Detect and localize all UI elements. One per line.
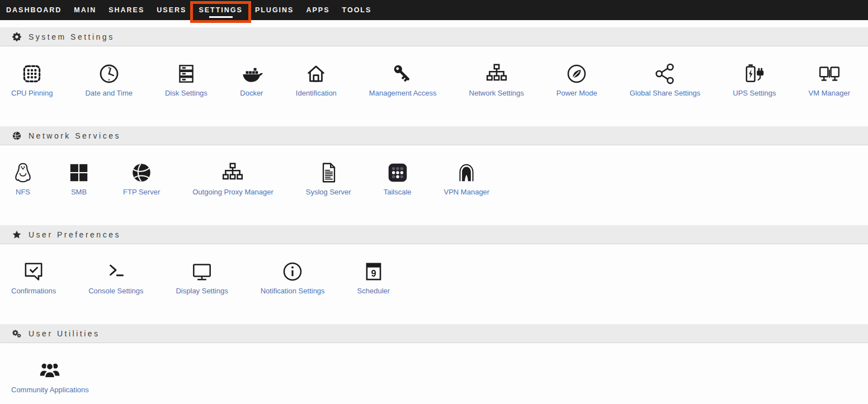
settings-item-label: Docker — [240, 89, 263, 97]
section-title: User Utilities — [29, 329, 100, 338]
section-header: System Settings — [0, 27, 868, 46]
settings-item-notification-settings[interactable]: Notification Settings — [261, 260, 325, 295]
settings-item-label: FTP Server — [123, 188, 160, 196]
disk-stack-icon — [174, 62, 198, 85]
settings-item-label: Console Settings — [88, 287, 143, 295]
nav-item-label: SHARES — [108, 6, 144, 14]
settings-item-label: Network Settings — [469, 89, 524, 97]
settings-item-label: Confirmations — [11, 287, 56, 295]
nav-item-apps[interactable]: APPS — [300, 0, 336, 20]
dual-monitor-icon — [818, 62, 841, 85]
settings-item-vpn-manager[interactable]: VPN Manager — [444, 161, 490, 196]
nav-item-label: MAIN — [74, 6, 96, 14]
cpu-pinning-icon — [20, 62, 44, 85]
settings-sections: System Settings CPU Pinning Date and Tim… — [0, 27, 868, 404]
section-user-preferences: User Preferences Confirmations Console S… — [0, 225, 868, 324]
settings-item-confirmations[interactable]: Confirmations — [11, 260, 56, 295]
nav-item-main[interactable]: MAIN — [68, 0, 102, 20]
settings-item-label: Syslog Server — [306, 188, 351, 196]
settings-item-label: Community Applications — [11, 386, 89, 394]
settings-item-label: Power Mode — [556, 89, 597, 97]
settings-item-tailscale[interactable]: Tailscale — [384, 161, 412, 196]
top-nav: DASHBOARD MAIN SHARES USERS SETTINGS PLU… — [0, 0, 868, 20]
settings-item-label: VPN Manager — [444, 188, 490, 196]
settings-item-management-access[interactable]: Management Access — [369, 62, 437, 97]
globe-icon — [12, 131, 21, 140]
settings-item-display-settings[interactable]: Display Settings — [176, 260, 228, 295]
settings-item-label: Date and Time — [85, 89, 133, 97]
settings-item-outgoing-proxy-manager[interactable]: Outgoing Proxy Manager — [192, 161, 273, 196]
gear-icon — [12, 32, 21, 41]
key-icon — [391, 62, 414, 85]
section-header: Network Services — [0, 126, 868, 145]
section-network-services: Network Services NFS SMB FTP Server Outg… — [0, 126, 868, 225]
nav-item-label: SETTINGS — [199, 6, 243, 14]
section-grid: Community Applications — [0, 343, 868, 404]
users-group-icon — [38, 359, 62, 382]
settings-item-power-mode[interactable]: Power Mode — [556, 62, 597, 97]
sitemap-icon — [221, 161, 244, 184]
settings-item-label: Scheduler — [357, 287, 390, 295]
home-icon — [304, 62, 328, 85]
nav-item-settings[interactable]: SETTINGS — [192, 0, 249, 20]
settings-item-ftp-server[interactable]: FTP Server — [123, 161, 160, 196]
info-circle-icon — [281, 260, 304, 283]
nav-item-plugins[interactable]: PLUGINS — [249, 0, 300, 20]
nav-item-label: DASHBOARD — [6, 6, 62, 14]
sitemap-icon — [485, 62, 508, 85]
nav-item-label: APPS — [306, 6, 329, 14]
settings-item-ups-settings[interactable]: UPS Settings — [733, 62, 776, 97]
settings-item-label: Display Settings — [176, 287, 228, 295]
settings-item-label: NFS — [16, 188, 30, 196]
settings-item-global-share-settings[interactable]: Global Share Settings — [630, 62, 700, 97]
globe-sphere-icon — [130, 161, 153, 184]
monitor-icon — [190, 260, 214, 283]
settings-item-label: Disk Settings — [165, 89, 207, 97]
settings-item-label: Tailscale — [384, 188, 412, 196]
tailscale-icon — [386, 161, 409, 184]
calendar-icon — [362, 260, 385, 283]
vpn-arch-icon — [455, 161, 478, 184]
section-title: Network Services — [29, 131, 121, 140]
settings-item-label: CPU Pinning — [11, 89, 53, 97]
section-title: System Settings — [29, 32, 115, 41]
settings-item-identification[interactable]: Identification — [296, 62, 337, 97]
nav-item-label: USERS — [157, 6, 186, 14]
settings-item-docker[interactable]: Docker — [240, 62, 263, 97]
settings-item-label: Outgoing Proxy Manager — [192, 188, 273, 196]
nav-item-shares[interactable]: SHARES — [102, 0, 150, 20]
clock-icon — [97, 62, 121, 85]
settings-item-cpu-pinning[interactable]: CPU Pinning — [11, 62, 53, 97]
settings-item-label: SMB — [71, 188, 87, 196]
section-header: User Utilities — [0, 324, 868, 343]
settings-item-community-applications[interactable]: Community Applications — [11, 359, 89, 394]
section-grid: CPU Pinning Date and Time Disk Settings … — [0, 46, 868, 126]
nav-item-tools[interactable]: TOOLS — [336, 0, 378, 20]
nav-item-dashboard[interactable]: DASHBOARD — [0, 0, 68, 20]
nav-item-label: TOOLS — [342, 6, 372, 14]
settings-item-nfs[interactable]: NFS — [11, 161, 35, 196]
nav-item-label: PLUGINS — [255, 6, 294, 14]
settings-item-date-and-time[interactable]: Date and Time — [85, 62, 133, 97]
settings-item-smb[interactable]: SMB — [67, 161, 91, 196]
section-header: User Preferences — [0, 225, 868, 244]
document-icon — [317, 161, 340, 184]
active-tab-underline — [209, 16, 233, 18]
settings-item-scheduler[interactable]: Scheduler — [357, 260, 390, 295]
star-icon — [12, 230, 21, 239]
nav-item-users[interactable]: USERS — [150, 0, 192, 20]
docker-whale-icon — [240, 62, 263, 85]
settings-item-label: Notification Settings — [261, 287, 325, 295]
settings-item-label: VM Manager — [809, 89, 850, 97]
settings-item-vm-manager[interactable]: VM Manager — [809, 62, 850, 97]
settings-item-label: Global Share Settings — [630, 89, 700, 97]
settings-item-syslog-server[interactable]: Syslog Server — [306, 161, 351, 196]
section-system-settings: System Settings CPU Pinning Date and Tim… — [0, 27, 868, 126]
settings-item-label: UPS Settings — [733, 89, 776, 97]
settings-item-disk-settings[interactable]: Disk Settings — [165, 62, 207, 97]
section-grid: Confirmations Console Settings Display S… — [0, 244, 868, 324]
settings-item-network-settings[interactable]: Network Settings — [469, 62, 524, 97]
settings-item-console-settings[interactable]: Console Settings — [88, 260, 143, 295]
section-title: User Preferences — [29, 230, 121, 239]
leaf-circle-icon — [565, 62, 588, 85]
